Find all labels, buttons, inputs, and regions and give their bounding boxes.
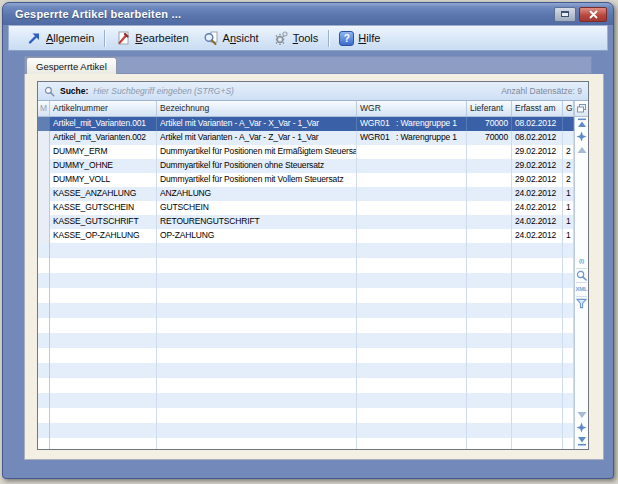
restore-button[interactable] bbox=[554, 7, 576, 22]
header-erfasst-am[interactable]: Erfasst am bbox=[512, 101, 563, 116]
cell-bezeichnung bbox=[157, 363, 357, 378]
cell-erfasst bbox=[512, 378, 563, 393]
cell-lieferant bbox=[467, 303, 512, 318]
tab-gesperrte-artikel[interactable]: Gesperrte Artikel bbox=[26, 57, 117, 75]
cell-erfasst bbox=[512, 438, 563, 449]
empty-row bbox=[38, 438, 574, 449]
xml-export-button[interactable]: XML bbox=[576, 283, 588, 296]
menu-bearbeiten[interactable]: Bearbeiten bbox=[108, 28, 195, 48]
cell-m bbox=[38, 363, 50, 378]
cell-erfasst: 24.02.2012 bbox=[512, 187, 563, 201]
cell-lieferant bbox=[467, 173, 512, 187]
cell-wgr bbox=[357, 243, 467, 258]
cell-artikelnummer: Artikel_mit_Varianten.002 bbox=[50, 131, 157, 145]
star-down-icon bbox=[576, 422, 587, 433]
header-wgr[interactable]: WGR bbox=[357, 101, 467, 116]
header-g[interactable]: G bbox=[563, 101, 574, 116]
menu-ansicht[interactable]: Ansicht bbox=[196, 28, 266, 48]
cell-erfasst bbox=[512, 243, 563, 258]
menu-tools[interactable]: Tools bbox=[266, 28, 326, 48]
cell-lieferant bbox=[467, 423, 512, 438]
header-m[interactable]: M bbox=[38, 101, 50, 116]
page-up-button[interactable] bbox=[576, 143, 588, 156]
cell-m bbox=[38, 258, 50, 273]
cell-m bbox=[38, 117, 50, 131]
table-row[interactable]: DUMMY_ERMDummyartikel für Positionen mit… bbox=[38, 145, 574, 159]
table-row[interactable]: KASSE_GUTSCHEINGUTSCHEIN24.02.20121 bbox=[38, 201, 574, 215]
cell-erfasst bbox=[512, 363, 563, 378]
cell-m bbox=[38, 159, 50, 173]
header-bezeichnung[interactable]: Bezeichnung bbox=[157, 101, 357, 116]
close-button[interactable] bbox=[579, 7, 607, 22]
filter-button[interactable] bbox=[576, 297, 588, 310]
help-icon: ? bbox=[339, 31, 354, 46]
gear-icon bbox=[273, 30, 289, 46]
cell-g bbox=[563, 318, 574, 333]
jump-up-button[interactable] bbox=[576, 130, 588, 143]
table-row[interactable]: DUMMY_VOLLDummyartikel für Positionen mi… bbox=[38, 173, 574, 187]
header-lieferant[interactable]: Lieferant bbox=[467, 101, 512, 116]
table-row[interactable]: Artikel_mit_Varianten.001Artikel mit Var… bbox=[38, 117, 574, 131]
jump-down-button[interactable] bbox=[576, 421, 588, 434]
cell-lieferant bbox=[467, 318, 512, 333]
cell-bezeichnung bbox=[157, 273, 357, 288]
table-nav-strip: (I) XML bbox=[574, 101, 588, 449]
cell-bezeichnung bbox=[157, 288, 357, 303]
cell-artikelnummer: KASSE_ANZAHLUNG bbox=[50, 187, 157, 201]
cell-g: 2 bbox=[563, 173, 574, 187]
toolbar-separator bbox=[104, 30, 105, 47]
table-row[interactable]: KASSE_OP-ZAHLUNGOP-ZAHLUNG24.02.20121 bbox=[38, 229, 574, 243]
cell-wgr bbox=[357, 423, 467, 438]
table-row[interactable]: Artikel_mit_Varianten.002Artikel mit Var… bbox=[38, 131, 574, 145]
scroll-to-bottom-button[interactable] bbox=[576, 434, 588, 447]
menu-allgemein[interactable]: Allgemein bbox=[19, 28, 101, 48]
empty-row bbox=[38, 393, 574, 408]
cell-lieferant bbox=[467, 273, 512, 288]
cell-wgr bbox=[357, 159, 467, 173]
page-down-button[interactable] bbox=[576, 408, 588, 421]
toolbar-separator bbox=[328, 30, 329, 47]
table-row[interactable]: KASSE_ANZAHLUNGANZAHLUNG24.02.20121 bbox=[38, 187, 574, 201]
cell-bezeichnung: RETOURENGUTSCHRIFT bbox=[157, 215, 357, 229]
cell-m bbox=[38, 229, 50, 243]
scroll-to-top-button[interactable] bbox=[576, 117, 588, 130]
cell-wgr bbox=[357, 187, 467, 201]
menu-hilfe[interactable]: ? Hilfe bbox=[332, 29, 387, 48]
main-toolbar: Allgemein Bearbeiten Ansicht bbox=[8, 25, 608, 51]
cell-g bbox=[563, 363, 574, 378]
cell-erfasst bbox=[512, 408, 563, 423]
cell-artikelnummer bbox=[50, 303, 157, 318]
cell-bezeichnung: OP-ZAHLUNG bbox=[157, 229, 357, 243]
table-row[interactable]: KASSE_GUTSCHRIFTRETOURENGUTSCHRIFT24.02.… bbox=[38, 215, 574, 229]
cell-m bbox=[38, 303, 50, 318]
cell-g bbox=[563, 288, 574, 303]
cell-m bbox=[38, 393, 50, 408]
cell-g: 1 bbox=[563, 215, 574, 229]
table-row[interactable]: DUMMY_OHNEDummyartikel für Positionen oh… bbox=[38, 159, 574, 173]
cell-artikelnummer bbox=[50, 408, 157, 423]
cell-artikelnummer bbox=[50, 333, 157, 348]
cell-lieferant bbox=[467, 187, 512, 201]
cell-artikelnummer bbox=[50, 243, 157, 258]
cell-erfasst bbox=[512, 288, 563, 303]
cell-m bbox=[38, 145, 50, 159]
cell-artikelnummer bbox=[50, 288, 157, 303]
column-chooser-button[interactable] bbox=[575, 101, 588, 117]
cell-g: 2 bbox=[563, 159, 574, 173]
cell-erfasst: 24.02.2012 bbox=[512, 229, 563, 243]
cell-wgr bbox=[357, 318, 467, 333]
cell-lieferant bbox=[467, 363, 512, 378]
table-search-button[interactable] bbox=[576, 269, 588, 282]
cell-erfasst: 24.02.2012 bbox=[512, 201, 563, 215]
cell-wgr bbox=[357, 145, 467, 159]
info-button[interactable]: (I) bbox=[576, 255, 588, 268]
search-bar[interactable]: Suche: Hier Suchbegriff eingeben (STRG+S… bbox=[38, 82, 588, 101]
empty-row bbox=[38, 408, 574, 423]
cell-wgr bbox=[357, 215, 467, 229]
search-input[interactable]: Hier Suchbegriff eingeben (STRG+S) bbox=[93, 86, 496, 96]
cell-lieferant bbox=[467, 348, 512, 363]
cell-artikelnummer: KASSE_GUTSCHRIFT bbox=[50, 215, 157, 229]
cell-wgr bbox=[357, 393, 467, 408]
header-artikelnummer[interactable]: Artikelnummer bbox=[50, 101, 157, 116]
title-bar: Gesperrte Artikel bearbeiten ... bbox=[3, 3, 613, 25]
